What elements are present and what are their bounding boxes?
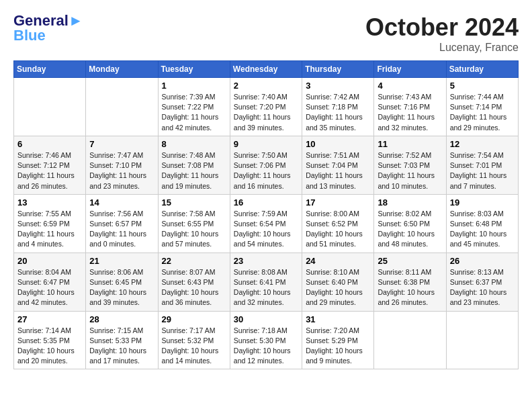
day-info: Sunrise: 7:14 AMSunset: 5:35 PMDaylight:… bbox=[17, 326, 82, 367]
calendar-cell: 1Sunrise: 7:39 AMSunset: 7:22 PMDaylight… bbox=[158, 78, 230, 136]
location-title: Lucenay, France bbox=[365, 42, 519, 54]
calendar-cell: 25Sunrise: 8:11 AMSunset: 6:38 PMDayligh… bbox=[374, 253, 446, 311]
day-number: 17 bbox=[306, 197, 370, 208]
day-number: 15 bbox=[162, 197, 226, 208]
day-number: 14 bbox=[89, 197, 154, 208]
day-number: 26 bbox=[450, 256, 515, 266]
day-number: 20 bbox=[17, 256, 82, 266]
calendar-cell: 5Sunrise: 7:44 AMSunset: 7:14 PMDaylight… bbox=[446, 78, 518, 136]
day-number: 13 bbox=[17, 197, 82, 208]
weekday-header-friday: Friday bbox=[374, 61, 446, 78]
weekday-header-thursday: Thursday bbox=[302, 61, 374, 78]
day-info: Sunrise: 8:02 AMSunset: 6:50 PMDaylight:… bbox=[378, 209, 442, 250]
day-number: 27 bbox=[17, 314, 82, 324]
day-number: 30 bbox=[234, 314, 298, 324]
calendar-cell: 14Sunrise: 7:56 AMSunset: 6:57 PMDayligh… bbox=[86, 194, 158, 253]
weekday-header-monday: Monday bbox=[86, 61, 158, 78]
calendar-cell: 13Sunrise: 7:55 AMSunset: 6:59 PMDayligh… bbox=[14, 194, 86, 253]
calendar-cell: 4Sunrise: 7:43 AMSunset: 7:16 PMDaylight… bbox=[374, 78, 446, 136]
day-number: 12 bbox=[450, 139, 515, 149]
day-number: 23 bbox=[234, 256, 298, 266]
day-info: Sunrise: 7:52 AMSunset: 7:03 PMDaylight:… bbox=[378, 150, 442, 191]
calendar-cell bbox=[446, 311, 518, 369]
day-number: 10 bbox=[306, 139, 370, 149]
day-info: Sunrise: 7:15 AMSunset: 5:33 PMDaylight:… bbox=[89, 326, 154, 367]
day-info: Sunrise: 7:54 AMSunset: 7:01 PMDaylight:… bbox=[450, 150, 515, 191]
day-info: Sunrise: 7:17 AMSunset: 5:32 PMDaylight:… bbox=[162, 326, 226, 367]
calendar-cell bbox=[374, 311, 446, 369]
day-info: Sunrise: 7:56 AMSunset: 6:57 PMDaylight:… bbox=[89, 209, 154, 250]
weekday-header-row: SundayMondayTuesdayWednesdayThursdayFrid… bbox=[14, 61, 519, 78]
day-number: 9 bbox=[234, 139, 298, 149]
calendar-cell: 21Sunrise: 8:06 AMSunset: 6:45 PMDayligh… bbox=[86, 253, 158, 311]
calendar-cell: 28Sunrise: 7:15 AMSunset: 5:33 PMDayligh… bbox=[86, 311, 158, 369]
day-number: 16 bbox=[234, 197, 298, 208]
day-info: Sunrise: 8:08 AMSunset: 6:41 PMDaylight:… bbox=[234, 267, 298, 308]
calendar-cell bbox=[14, 78, 86, 136]
day-info: Sunrise: 8:13 AMSunset: 6:37 PMDaylight:… bbox=[450, 267, 515, 308]
day-info: Sunrise: 7:50 AMSunset: 7:06 PMDaylight:… bbox=[234, 150, 298, 191]
day-info: Sunrise: 7:58 AMSunset: 6:55 PMDaylight:… bbox=[162, 209, 226, 250]
day-info: Sunrise: 7:59 AMSunset: 6:54 PMDaylight:… bbox=[234, 209, 298, 250]
weekday-header-wednesday: Wednesday bbox=[230, 61, 302, 78]
calendar-week-4: 20Sunrise: 8:04 AMSunset: 6:47 PMDayligh… bbox=[14, 253, 519, 311]
day-info: Sunrise: 7:40 AMSunset: 7:20 PMDaylight:… bbox=[234, 92, 298, 133]
day-info: Sunrise: 7:44 AMSunset: 7:14 PMDaylight:… bbox=[450, 92, 515, 133]
day-info: Sunrise: 7:51 AMSunset: 7:04 PMDaylight:… bbox=[306, 150, 370, 191]
day-number: 25 bbox=[378, 256, 442, 266]
day-info: Sunrise: 7:47 AMSunset: 7:10 PMDaylight:… bbox=[89, 150, 154, 191]
day-info: Sunrise: 7:20 AMSunset: 5:29 PMDaylight:… bbox=[306, 326, 370, 367]
logo-bird-icon: ► bbox=[69, 12, 83, 29]
day-number: 11 bbox=[378, 139, 442, 149]
calendar-cell: 26Sunrise: 8:13 AMSunset: 6:37 PMDayligh… bbox=[446, 253, 518, 311]
day-info: Sunrise: 8:04 AMSunset: 6:47 PMDaylight:… bbox=[17, 267, 82, 308]
day-number: 19 bbox=[450, 197, 515, 208]
day-info: Sunrise: 7:43 AMSunset: 7:16 PMDaylight:… bbox=[378, 92, 442, 133]
calendar-cell: 18Sunrise: 8:02 AMSunset: 6:50 PMDayligh… bbox=[374, 194, 446, 253]
weekday-header-tuesday: Tuesday bbox=[158, 61, 230, 78]
day-number: 1 bbox=[162, 81, 226, 91]
calendar-cell: 23Sunrise: 8:08 AMSunset: 6:41 PMDayligh… bbox=[230, 253, 302, 311]
day-info: Sunrise: 7:48 AMSunset: 7:08 PMDaylight:… bbox=[162, 150, 226, 191]
calendar-table: SundayMondayTuesdayWednesdayThursdayFrid… bbox=[13, 60, 519, 369]
day-number: 2 bbox=[234, 81, 298, 91]
day-info: Sunrise: 7:46 AMSunset: 7:12 PMDaylight:… bbox=[17, 150, 82, 191]
calendar-cell bbox=[86, 78, 158, 136]
day-number: 7 bbox=[89, 139, 154, 149]
title-block: October 2024 Lucenay, France bbox=[365, 13, 519, 54]
logo: General► Blue bbox=[13, 13, 83, 43]
page-header: General► Blue October 2024 Lucenay, Fran… bbox=[13, 13, 519, 54]
calendar-week-2: 6Sunrise: 7:46 AMSunset: 7:12 PMDaylight… bbox=[14, 136, 519, 194]
calendar-cell: 15Sunrise: 7:58 AMSunset: 6:55 PMDayligh… bbox=[158, 194, 230, 253]
calendar-cell: 22Sunrise: 8:07 AMSunset: 6:43 PMDayligh… bbox=[158, 253, 230, 311]
calendar-cell: 27Sunrise: 7:14 AMSunset: 5:35 PMDayligh… bbox=[14, 311, 86, 369]
day-info: Sunrise: 7:42 AMSunset: 7:18 PMDaylight:… bbox=[306, 92, 370, 133]
day-number: 31 bbox=[306, 314, 370, 324]
day-number: 24 bbox=[306, 256, 370, 266]
calendar-cell: 30Sunrise: 7:18 AMSunset: 5:30 PMDayligh… bbox=[230, 311, 302, 369]
day-info: Sunrise: 8:06 AMSunset: 6:45 PMDaylight:… bbox=[89, 267, 154, 308]
calendar-cell: 9Sunrise: 7:50 AMSunset: 7:06 PMDaylight… bbox=[230, 136, 302, 194]
day-info: Sunrise: 8:10 AMSunset: 6:40 PMDaylight:… bbox=[306, 267, 370, 308]
day-number: 28 bbox=[89, 314, 154, 324]
day-info: Sunrise: 8:07 AMSunset: 6:43 PMDaylight:… bbox=[162, 267, 226, 308]
calendar-cell: 17Sunrise: 8:00 AMSunset: 6:52 PMDayligh… bbox=[302, 194, 374, 253]
day-number: 21 bbox=[89, 256, 154, 266]
calendar-cell: 6Sunrise: 7:46 AMSunset: 7:12 PMDaylight… bbox=[14, 136, 86, 194]
calendar-cell: 3Sunrise: 7:42 AMSunset: 7:18 PMDaylight… bbox=[302, 78, 374, 136]
calendar-cell: 16Sunrise: 7:59 AMSunset: 6:54 PMDayligh… bbox=[230, 194, 302, 253]
day-number: 5 bbox=[450, 81, 515, 91]
day-number: 29 bbox=[162, 314, 226, 324]
calendar-week-3: 13Sunrise: 7:55 AMSunset: 6:59 PMDayligh… bbox=[14, 194, 519, 253]
day-number: 3 bbox=[306, 81, 370, 91]
day-number: 22 bbox=[162, 256, 226, 266]
weekday-header-sunday: Sunday bbox=[14, 61, 86, 78]
day-info: Sunrise: 7:55 AMSunset: 6:59 PMDaylight:… bbox=[17, 209, 82, 250]
day-number: 4 bbox=[378, 81, 442, 91]
calendar-week-5: 27Sunrise: 7:14 AMSunset: 5:35 PMDayligh… bbox=[14, 311, 519, 369]
month-title: October 2024 bbox=[365, 13, 519, 42]
weekday-header-saturday: Saturday bbox=[446, 61, 518, 78]
day-number: 18 bbox=[378, 197, 442, 208]
day-info: Sunrise: 8:00 AMSunset: 6:52 PMDaylight:… bbox=[306, 209, 370, 250]
calendar-cell: 12Sunrise: 7:54 AMSunset: 7:01 PMDayligh… bbox=[446, 136, 518, 194]
